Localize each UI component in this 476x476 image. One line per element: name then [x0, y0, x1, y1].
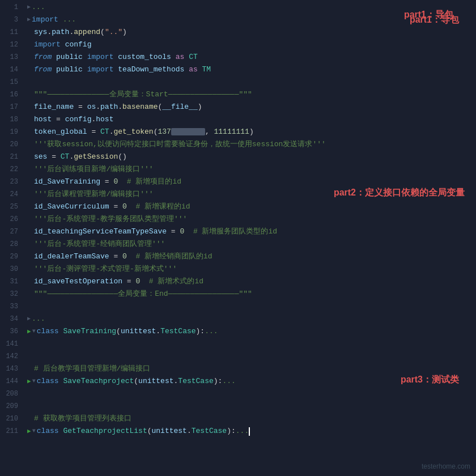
code-docstr-28: '''后台-系统管理-经销商团队管理''' — [34, 240, 165, 248]
ln-209: 209 — [0, 400, 23, 413]
ln-18: 18 — [0, 113, 23, 126]
annotation-part1-label: part1：导包 — [404, 9, 453, 21]
code-fn-14: teaDown_methods — [118, 65, 184, 74]
code-arg-36: unittest — [121, 325, 156, 338]
code-text-11b: path — [52, 28, 69, 36]
code-line-26: '''后台-系统管理-教学服务团队类型管理''' — [27, 213, 476, 226]
code-var-23: id_SaveTraining — [34, 177, 100, 186]
code-num-19a: 137 — [158, 128, 171, 136]
ln-1: 1 — [0, 1, 23, 14]
ln-15: 15 — [0, 76, 23, 88]
ln-142: 142 — [0, 350, 23, 363]
fold-icon-1[interactable]: ▶ — [27, 1, 31, 14]
fold-icon-144[interactable]: ▼ — [32, 375, 36, 388]
ln-144: 144 — [0, 375, 23, 388]
ln-13: 13 — [0, 51, 23, 63]
code-alias-13: CT — [189, 53, 198, 61]
code-fn-21: getSession — [74, 152, 118, 161]
arrow-36: ▶ — [27, 325, 31, 338]
code-class-211: class — [37, 425, 59, 437]
ln-16: 16 — [0, 88, 23, 101]
fold-icon-3[interactable]: ▶ — [27, 14, 31, 26]
code-var-29: id_dealerTeamSave — [34, 252, 109, 261]
code-ct-21: CT — [61, 152, 70, 161]
cursor — [249, 427, 250, 436]
code-testcase-211: TestCase — [192, 425, 227, 437]
code-line-209 — [27, 400, 476, 413]
ln-23: 23 — [0, 176, 23, 188]
code-ses-21: ses — [34, 152, 47, 161]
code-os-17: os — [87, 103, 96, 111]
ln-26: 26 — [0, 213, 23, 226]
code-text-34: ... — [32, 313, 45, 325]
ln-208: 208 — [0, 388, 23, 400]
code-class-144: class — [37, 375, 59, 388]
code-num-25: 0 — [122, 202, 127, 211]
code-line-12: import config — [27, 39, 476, 51]
code-var-31: id_saveTestOperation — [34, 277, 122, 286]
code-testcase-36: TestCase — [160, 325, 196, 338]
fold-icon-36[interactable]: ▼ — [32, 325, 36, 338]
ln-22: 22 — [0, 163, 23, 176]
code-line-36: ▶ ▼class SaveTraining(unittest.TestCase)… — [27, 325, 476, 338]
code-line-17: file_name = os.path.basename(__file__) — [27, 101, 476, 113]
code-docstr-24: '''后台课程管理新增/编辑接口''' — [34, 190, 154, 198]
code-alias-14: TM — [202, 65, 211, 74]
code-import-14: import — [87, 65, 114, 74]
ln-211: 211 — [0, 425, 23, 437]
code-var-25: id_SaveCurriculum — [34, 202, 109, 211]
code-clsname-144: SaveTeachproject — [63, 375, 134, 388]
code-fn-19: get_token — [113, 128, 153, 136]
ln-34: 34 — [0, 313, 23, 325]
watermark: testerhome.com — [422, 462, 470, 470]
code-cmt-25: # 新增课程的id — [135, 202, 190, 211]
code-line-21: ses = CT.getSession() — [27, 151, 476, 163]
code-blurred-19 — [171, 128, 205, 135]
code-arg-144: unittest — [138, 375, 173, 388]
fold-icon-211[interactable]: ▼ — [32, 425, 36, 437]
code-line-34: ▶... — [27, 313, 476, 325]
annotation-part3-label: part3：测试类 — [401, 374, 459, 386]
code-cmt-143: # 后台教学项目管理新增/编辑接口 — [34, 364, 150, 373]
editor: 1 3 11 12 13 14 15 16 17 18 19 20 21 22 … — [0, 0, 476, 476]
code-text-11a: sys — [34, 28, 47, 36]
code-line-33 — [27, 300, 476, 313]
code-from-14: from — [34, 65, 52, 74]
code-line-14: from public import teaDown_methods as TM — [27, 63, 476, 76]
ln-28: 28 — [0, 238, 23, 250]
code-docstr-20: '''获取session,以便访问特定接口时需要验证身份，故统一使用sessio… — [34, 140, 326, 148]
code-line-11: sys.path.append("..") — [27, 26, 476, 39]
code-as-13: as — [176, 53, 185, 61]
annotation-part2-label: part2：定义接口依赖的全局变量 — [334, 187, 465, 199]
code-clsname-211: GetTeachprojectList — [63, 425, 147, 437]
ln-33: 33 — [0, 300, 23, 313]
code-collapsed-36: ... — [205, 325, 218, 338]
code-line-208 — [27, 388, 476, 400]
code-num-19b: 11111111 — [214, 128, 249, 136]
code-arg-211: unittest — [152, 425, 187, 437]
code-num-29: 0 — [122, 252, 127, 261]
code-line-27: id_teachingServiceTeamTypeSave = 0 # 新增服… — [27, 226, 476, 238]
code-line-30: '''后台-测评管理-术式管理-新增术式''' — [27, 263, 476, 275]
ln-24: 24 — [0, 188, 23, 201]
code-collapsed-211: ... — [236, 425, 249, 437]
code-clsname-36: SaveTraining — [63, 325, 116, 338]
code-area: 1 3 11 12 13 14 15 16 17 18 19 20 21 22 … — [0, 0, 476, 476]
code-mod-13: public — [56, 53, 83, 61]
fold-icon-34[interactable]: ▶ — [27, 313, 31, 325]
code-line-23: id_SaveTraining = 0 # 新增项目的id — [27, 176, 476, 188]
ln-17: 17 — [0, 101, 23, 113]
ln-20: 20 — [0, 138, 23, 151]
code-line-22: '''后台训练项目新增/编辑接口''' — [27, 163, 476, 176]
code-text-3b — [58, 14, 63, 26]
code-cmt-27: # 新增服务团队类型的id — [193, 227, 277, 236]
ln-32: 32 — [0, 288, 23, 300]
ln-21: 21 — [0, 151, 23, 163]
code-collapsed-144: ... — [222, 375, 235, 388]
arrow-144: ▶ — [27, 375, 31, 388]
code-cfg-18: config — [65, 115, 92, 124]
code-line-20: '''获取session,以便访问特定接口时需要验证身份，故统一使用sessio… — [27, 138, 476, 151]
code-docstr-26: '''后台-系统管理-教学服务团队类型管理''' — [34, 215, 187, 223]
code-cmt-23: # 新增项目的id — [127, 177, 181, 186]
ln-143: 143 — [0, 363, 23, 375]
